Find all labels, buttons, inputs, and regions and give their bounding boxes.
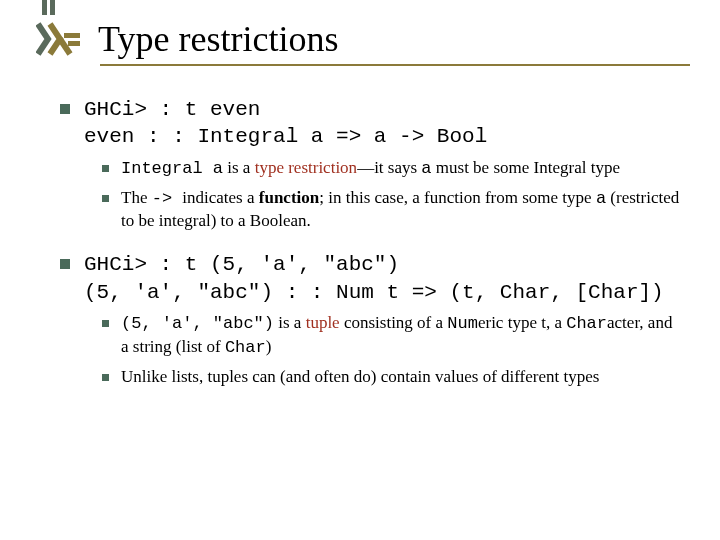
code-line: (5, 'a', "abc") : : Num t => (t, Char, [… <box>84 281 664 304</box>
text: consisting of a <box>340 313 448 332</box>
code-line: even : : Integral a => a -> Bool <box>84 125 487 148</box>
title-underline <box>100 64 690 66</box>
text: ; in this case, a function from some typ… <box>319 188 596 207</box>
sub-text: The -> indicates a function; in this cas… <box>121 187 684 234</box>
bullet-main: GHCi> : t even even : : Integral a => a … <box>60 96 684 151</box>
code-inline: -> <box>152 189 183 208</box>
sub-text: (5, 'a', "abc") is a tuple consisting of… <box>121 312 684 360</box>
bullet-block-2: GHCi> : t (5, 'a', "abc") (5, 'a', "abc"… <box>60 251 684 388</box>
code-inline: (5, 'a', "abc") <box>121 314 274 333</box>
code-text: GHCi> : t (5, 'a', "abc") (5, 'a', "abc"… <box>84 251 664 306</box>
sub-bullet: (5, 'a', "abc") is a tuple consisting of… <box>102 312 684 360</box>
text: is a <box>223 158 255 177</box>
sub-list: (5, 'a', "abc") is a tuple consisting of… <box>60 312 684 389</box>
sub-list: Integral a is a type restriction—it says… <box>60 157 684 234</box>
text: eric type t, a <box>478 313 566 332</box>
text: is a <box>274 313 306 332</box>
slide-content: GHCi> : t even even : : Integral a => a … <box>0 74 720 427</box>
bullet-square-icon <box>102 320 109 327</box>
sub-text: Integral a is a type restriction—it says… <box>121 157 620 181</box>
text: —it says <box>357 158 421 177</box>
text: indicates a <box>182 188 258 207</box>
bullet-block-1: GHCi> : t even even : : Integral a => a … <box>60 96 684 233</box>
text: Unlike lists, tuples can (and often do) … <box>121 367 599 386</box>
text: must be some Integral type <box>432 158 620 177</box>
bullet-square-icon <box>102 195 109 202</box>
svg-rect-0 <box>64 33 80 38</box>
text: ) <box>266 337 272 356</box>
sub-text: Unlike lists, tuples can (and often do) … <box>121 366 599 389</box>
code-inline: Char <box>566 314 607 333</box>
code-inline: a <box>596 189 606 208</box>
sub-bullet: The -> indicates a function; in this cas… <box>102 187 684 234</box>
bullet-square-icon <box>102 165 109 172</box>
haskell-logo-icon <box>36 22 82 56</box>
sub-bullet: Integral a is a type restriction—it says… <box>102 157 684 181</box>
bullet-main: GHCi> : t (5, 'a', "abc") (5, 'a', "abc"… <box>60 251 684 306</box>
sub-bullet: Unlike lists, tuples can (and often do) … <box>102 366 684 389</box>
bullet-square-icon <box>102 374 109 381</box>
bold-text: function <box>259 188 319 207</box>
bullet-square-icon <box>60 104 70 114</box>
slide-title: Type restrictions <box>98 18 338 60</box>
code-line: GHCi> : t (5, 'a', "abc") <box>84 253 399 276</box>
slide-header: Type restrictions <box>0 0 720 74</box>
highlight-text: tuple <box>306 313 340 332</box>
code-line: GHCi> : t even <box>84 98 260 121</box>
code-inline: Integral a <box>121 159 223 178</box>
code-inline: a <box>421 159 431 178</box>
bullet-square-icon <box>60 259 70 269</box>
svg-rect-1 <box>68 41 80 46</box>
highlight-text: type restriction <box>255 158 357 177</box>
text: The <box>121 188 152 207</box>
code-inline: Num <box>447 314 478 333</box>
code-inline: Char <box>225 338 266 357</box>
code-text: GHCi> : t even even : : Integral a => a … <box>84 96 487 151</box>
